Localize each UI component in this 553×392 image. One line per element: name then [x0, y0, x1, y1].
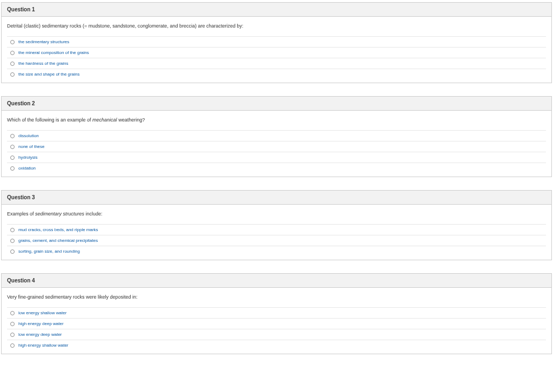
option-label: mud cracks, cross beds, and ripple marks: [18, 227, 98, 232]
options-list: low energy shallow waterhigh energy deep…: [7, 307, 546, 350]
quiz-container: Question 1Detrital (clastic) sedimentary…: [1, 2, 552, 354]
option-row[interactable]: mud cracks, cross beds, and ripple marks: [7, 225, 546, 235]
option-row[interactable]: the size and shape of the grains: [7, 69, 546, 79]
option-label: low energy deep water: [18, 332, 62, 337]
question-prompt: Examples of sedimentary structures inclu…: [7, 211, 546, 217]
question-header: Question 4: [2, 274, 551, 288]
option-label: the mineral composition of the grains: [18, 50, 89, 55]
radio-icon[interactable]: [10, 72, 15, 77]
options-list: mud cracks, cross beds, and ripple marks…: [7, 224, 546, 256]
radio-icon[interactable]: [10, 249, 15, 254]
option-label: low energy shallow water: [18, 310, 66, 315]
question-prompt: Which of the following is an example of …: [7, 117, 546, 123]
question-block: Question 3Examples of sedimentary struct…: [1, 190, 552, 260]
option-row[interactable]: the mineral composition of the grains: [7, 48, 546, 58]
question-block: Question 4Very fine-grained sedimentary …: [1, 273, 552, 354]
question-header: Question 3: [2, 191, 551, 205]
question-body: Examples of sedimentary structures inclu…: [2, 205, 551, 260]
option-row[interactable]: dissolution: [7, 131, 546, 141]
question-header: Question 1: [2, 3, 551, 17]
question-block: Question 2Which of the following is an e…: [1, 96, 552, 177]
question-body: Detrital (clastic) sedimentary rocks (= …: [2, 17, 551, 83]
option-row[interactable]: high energy deep water: [7, 319, 546, 329]
option-label: hydrolysis: [18, 155, 38, 160]
option-row[interactable]: hydrolysis: [7, 152, 546, 163]
option-row[interactable]: grains, cement, and chemical precipitate…: [7, 235, 546, 246]
question-prompt: Very fine-grained sedimentary rocks were…: [7, 294, 546, 300]
option-label: dissolution: [18, 133, 39, 138]
radio-icon[interactable]: [10, 145, 15, 149]
radio-icon[interactable]: [10, 239, 15, 243]
option-row[interactable]: none of these: [7, 141, 546, 152]
options-list: the sedimentary structuresthe mineral co…: [7, 36, 546, 79]
option-label: none of these: [18, 144, 44, 149]
option-row[interactable]: the sedimentary structures: [7, 37, 546, 48]
radio-icon[interactable]: [10, 51, 15, 55]
question-block: Question 1Detrital (clastic) sedimentary…: [1, 2, 552, 83]
radio-icon[interactable]: [10, 156, 15, 160]
option-label: sorting, grain size, and rounding: [18, 249, 80, 254]
question-prompt: Detrital (clastic) sedimentary rocks (= …: [7, 23, 546, 29]
option-label: oxidation: [18, 166, 36, 171]
option-row[interactable]: sorting, grain size, and rounding: [7, 246, 546, 256]
option-row[interactable]: high energy shallow water: [7, 340, 546, 350]
radio-icon[interactable]: [10, 134, 15, 138]
option-label: the size and shape of the grains: [18, 72, 79, 77]
options-list: dissolutionnone of thesehydrolysisoxidat…: [7, 130, 546, 173]
radio-icon[interactable]: [10, 322, 15, 326]
radio-icon[interactable]: [10, 40, 15, 44]
option-label: the hardness of the grains: [18, 61, 69, 66]
option-label: the sedimentary structures: [18, 39, 69, 44]
radio-icon[interactable]: [10, 333, 15, 337]
radio-icon[interactable]: [10, 166, 15, 171]
radio-icon[interactable]: [10, 343, 15, 348]
question-header: Question 2: [2, 97, 551, 111]
option-row[interactable]: the hardness of the grains: [7, 58, 546, 69]
option-label: grains, cement, and chemical precipitate…: [18, 238, 98, 243]
radio-icon[interactable]: [10, 228, 15, 232]
radio-icon[interactable]: [10, 62, 15, 66]
option-row[interactable]: oxidation: [7, 163, 546, 173]
question-body: Very fine-grained sedimentary rocks were…: [2, 288, 551, 354]
option-row[interactable]: low energy shallow water: [7, 308, 546, 319]
radio-icon[interactable]: [10, 311, 15, 315]
option-row[interactable]: low energy deep water: [7, 329, 546, 340]
option-label: high energy deep water: [18, 321, 64, 326]
option-label: high energy shallow water: [18, 343, 69, 348]
question-body: Which of the following is an example of …: [2, 111, 551, 177]
